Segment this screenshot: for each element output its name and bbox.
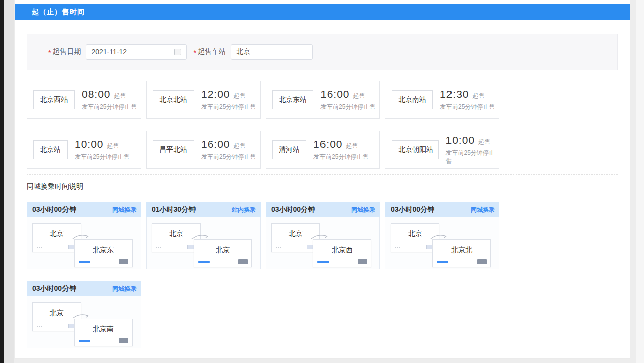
station-name-box: 昌平北站	[153, 140, 194, 159]
transfer-card-body: 北京 北京西	[266, 217, 380, 269]
sale-suffix-label: 起售	[114, 92, 126, 100]
transfer-type-tag: 同城换乘	[471, 206, 495, 214]
mini-blue-pill-icon	[437, 261, 448, 263]
mini-station-to: 北京东	[74, 239, 133, 267]
station-name-box: 北京北站	[153, 90, 194, 109]
transfer-card-header: 03小时00分钟 同城换乘	[27, 281, 141, 296]
mini-dark-badge-icon	[358, 259, 367, 264]
query-form-panel: * 起售日期 2021-11-12 * 起售车站 北京	[27, 34, 618, 70]
transfer-card-header: 03小时00分钟 同城换乘	[266, 202, 380, 217]
transfer-card-header: 03小时00分钟 同城换乘	[27, 202, 141, 217]
mini-station-to: 北京	[194, 239, 252, 267]
station-sale-card: 昌平北站 16:00 起售 发车前25分钟停止售	[146, 131, 261, 169]
station-sale-card: 北京东站 16:00 起售 发车前25分钟停止售	[266, 81, 380, 119]
sale-stop-note: 发车前25分钟停止售	[75, 153, 130, 161]
transfer-card: 03小时00分钟 同城换乘 北京 北京西	[266, 202, 380, 269]
sale-start-time: 12:30	[440, 88, 469, 100]
sale-info: 10:00 起售 发车前25分钟停止售	[75, 138, 130, 161]
sale-station-label: 起售车站	[198, 47, 226, 56]
page-left-margin	[4, 0, 14, 363]
transfer-card: 03小时00分钟 同城换乘 北京 北京南	[27, 281, 141, 348]
mini-dots-icon	[276, 247, 281, 248]
sale-date-field: * 起售日期 2021-11-12	[48, 44, 187, 60]
window-left-edge	[0, 0, 4, 363]
mini-dots-icon	[37, 326, 42, 327]
section-header-bar: 起（止）售时间	[15, 4, 630, 20]
to-station-name: 北京东	[75, 246, 132, 255]
station-name: 北京南站	[398, 95, 426, 103]
mini-dark-badge-icon	[238, 259, 248, 264]
to-station-name: 北京西	[313, 246, 371, 255]
sale-date-value: 2021-11-12	[91, 48, 127, 56]
transfer-card-body: 北京 北京北	[385, 217, 499, 269]
mini-blue-pill-icon	[79, 261, 90, 263]
sale-suffix-label: 起售	[478, 138, 490, 146]
to-station-name: 北京北	[433, 246, 490, 255]
sale-info: 12:00 起售 发车前25分钟停止售	[201, 88, 256, 111]
sale-info: 12:30 起售 发车前25分钟停止售	[440, 88, 495, 111]
mini-station-to: 北京南	[74, 319, 133, 346]
stations-grid: 北京西站 08:00 起售 发车前25分钟停止售 北京北站 12:00 起售 发…	[27, 81, 618, 169]
sale-suffix-label: 起售	[234, 142, 246, 150]
to-station-name: 北京	[194, 246, 251, 255]
transfer-card-body: 北京 北京南	[27, 296, 141, 348]
station-sale-card: 北京西站 08:00 起售 发车前25分钟停止售	[27, 81, 141, 119]
mini-station-to: 北京西	[313, 239, 371, 267]
transfer-duration: 03小时00分钟	[32, 205, 76, 214]
transfer-card-body: 北京 北京	[146, 217, 261, 269]
mini-dots-icon	[156, 247, 161, 248]
sale-start-time: 16:00	[313, 138, 343, 150]
station-name: 北京站	[40, 145, 61, 153]
sale-start-time: 12:00	[201, 88, 230, 100]
mini-dark-badge-icon	[119, 338, 128, 343]
transfer-duration: 03小时00分钟	[32, 284, 76, 293]
transfer-card-header: 01小时30分钟 站内换乘	[146, 202, 261, 217]
mini-dark-badge-icon	[477, 259, 487, 264]
mini-dots-icon	[37, 247, 42, 248]
station-name-box: 清河站	[272, 140, 306, 159]
transfer-card-body: 北京 北京东	[27, 217, 141, 269]
mini-blue-pill-icon	[79, 340, 90, 342]
sale-suffix-label: 起售	[473, 92, 485, 100]
to-station-name: 北京南	[75, 325, 132, 334]
station-name: 北京西站	[40, 95, 68, 103]
transfer-duration: 03小时00分钟	[391, 205, 434, 214]
sale-station-value: 北京	[236, 47, 250, 56]
transfer-type-tag: 同城换乘	[351, 206, 375, 214]
sale-suffix-label: 起售	[234, 92, 246, 100]
transfer-card: 01小时30分钟 站内换乘 北京 北京	[146, 202, 261, 269]
station-sale-card: 清河站 16:00 起售 发车前25分钟停止售	[266, 131, 380, 169]
calendar-icon[interactable]	[174, 49, 181, 55]
station-name: 北京北站	[159, 95, 187, 103]
mini-station-to: 北京北	[432, 239, 491, 267]
transfer-grid: 03小时00分钟 同城换乘 北京 北京东	[27, 202, 618, 348]
transfer-card-header: 03小时00分钟 同城换乘	[385, 202, 499, 217]
mini-blue-pill-icon	[198, 261, 210, 263]
transfer-card: 03小时00分钟 同城换乘 北京 北京东	[27, 202, 141, 269]
dashed-divider	[27, 174, 618, 175]
sale-suffix-label: 起售	[353, 92, 365, 100]
station-sale-card: 北京南站 12:30 起售 发车前25分钟停止售	[385, 81, 499, 119]
page-title: 起（止）售时间	[32, 8, 85, 16]
sale-station-input[interactable]: 北京	[231, 44, 313, 60]
station-name: 清河站	[279, 145, 300, 153]
scrollbar-track[interactable]	[636, 0, 644, 363]
sale-date-label: 起售日期	[52, 47, 81, 56]
sale-info: 16:00 起售 发车前25分钟停止售	[320, 88, 375, 111]
station-name-box: 北京南站	[392, 90, 433, 109]
mini-dots-icon	[395, 247, 400, 248]
station-sale-card: 北京北站 12:00 起售 发车前25分钟停止售	[146, 81, 261, 119]
sale-stop-note: 发车前25分钟停止售	[320, 103, 375, 111]
sale-start-time: 16:00	[320, 88, 350, 100]
sale-date-input[interactable]: 2021-11-12	[86, 44, 187, 60]
sale-info: 10:00 起售 发车前25分钟停止售	[446, 134, 499, 166]
sale-suffix-label: 起售	[107, 142, 119, 150]
sale-stop-note: 发车前25分钟停止售	[201, 153, 256, 161]
station-name-box: 北京站	[33, 140, 68, 159]
sale-station-field: * 起售车站 北京	[193, 44, 312, 60]
station-name-box: 北京东站	[272, 90, 313, 109]
transfer-type-tag: 同城换乘	[112, 285, 137, 293]
sale-info: 08:00 起售 发车前25分钟停止售	[82, 88, 137, 111]
sale-info: 16:00 起售 发车前25分钟停止售	[201, 138, 256, 161]
station-name-box: 北京西站	[33, 90, 75, 109]
